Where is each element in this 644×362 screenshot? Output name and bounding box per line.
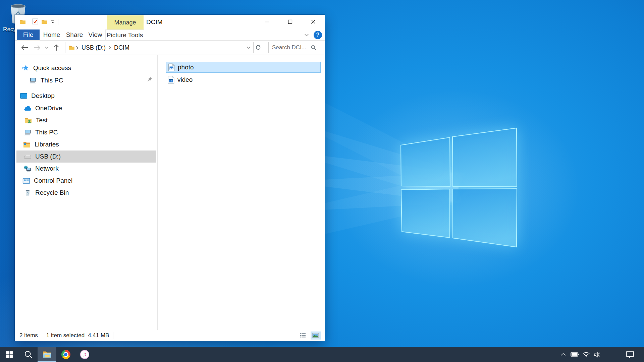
content-area: Quick access This PC Desktop (15, 55, 325, 330)
windows-logo-icon (6, 351, 13, 358)
qat-separator (29, 19, 29, 25)
large-icons-view-button[interactable] (311, 331, 321, 340)
breadcrumb[interactable]: USB (D:) DCIM (65, 42, 253, 53)
desktop-icon (19, 93, 28, 99)
folder-icon[interactable] (19, 19, 26, 25)
sidebar-item-network[interactable]: Network (15, 163, 157, 175)
contextual-tab-group[interactable]: Manage (107, 15, 144, 29)
status-bar: 2 items 1 item selected 4.41 MB (15, 330, 325, 341)
usb-drive-icon (23, 154, 32, 159)
sidebar-item-label: Test (36, 117, 48, 124)
sidebar-item-usb-drive[interactable]: USB (D:) (16, 150, 156, 163)
address-row: USB (D:) DCIM (15, 41, 325, 55)
battery-icon[interactable] (569, 347, 580, 362)
title-bar: Manage DCIM (15, 15, 325, 29)
help-button[interactable]: ? (314, 31, 322, 39)
window-title: DCIM (146, 15, 163, 29)
sidebar-item-label: Network (35, 165, 59, 172)
navigation-pane: Quick access This PC Desktop (15, 55, 158, 330)
sidebar-item-desktop[interactable]: Desktop (15, 90, 157, 102)
sidebar-item-label: USB (D:) (35, 153, 61, 160)
taskbar-search-button[interactable] (19, 347, 38, 362)
hidden-icons-chevron[interactable] (557, 347, 569, 362)
customize-qat-dropdown-icon[interactable] (51, 19, 55, 25)
sidebar-item-this-pc[interactable]: This PC (15, 126, 157, 138)
minimize-button[interactable] (255, 15, 278, 29)
taskbar-chrome-button[interactable] (56, 347, 75, 362)
tab-home[interactable]: Home (40, 29, 64, 40)
breadcrumb-chevron-icon (109, 46, 111, 50)
up-button[interactable] (52, 44, 61, 51)
pin-icon (147, 77, 153, 84)
breadcrumb-segment-dcim[interactable]: DCIM (112, 44, 131, 51)
refresh-button[interactable] (253, 42, 263, 53)
sidebar-item-control-panel[interactable]: Control Panel (15, 175, 157, 187)
file-item-video[interactable]: video (166, 74, 321, 85)
tab-share[interactable]: Share (64, 29, 85, 40)
tab-picture-tools[interactable]: Picture Tools (105, 29, 144, 40)
close-button[interactable] (302, 15, 325, 29)
user-folder-icon (24, 117, 32, 124)
status-separator (42, 332, 42, 339)
sidebar-item-label: Desktop (31, 92, 55, 100)
recent-locations-chevron-icon[interactable] (44, 47, 50, 49)
start-button[interactable] (0, 347, 19, 362)
chrome-icon (61, 350, 70, 359)
sidebar-item-onedrive[interactable]: OneDrive (15, 102, 157, 114)
sidebar-item-label: This PC (35, 129, 58, 136)
itunes-icon: ♫ (80, 350, 89, 359)
taskbar: ♫ (0, 347, 644, 362)
volume-icon[interactable] (592, 347, 603, 362)
tab-view[interactable]: View (85, 29, 105, 40)
file-item-photo[interactable]: photo (166, 62, 321, 73)
forward-button[interactable] (32, 45, 42, 51)
breadcrumb-chevron-icon (76, 46, 78, 50)
sidebar-item-libraries[interactable]: Libraries (15, 138, 157, 150)
wifi-icon[interactable] (580, 347, 592, 362)
screen: Recycle Bin Manage (0, 0, 644, 362)
recycle-bin-icon (23, 189, 32, 196)
sidebar-item-label: Recycle Bin (35, 189, 69, 196)
photo-file-icon (168, 63, 175, 71)
tab-file[interactable]: File (17, 29, 40, 40)
sidebar-item-quick-access[interactable]: Quick access (15, 62, 157, 74)
file-name: photo (178, 64, 194, 71)
address-bar: USB (D:) DCIM (65, 42, 263, 53)
libraries-icon (23, 141, 31, 148)
taskbar-file-explorer-button[interactable] (38, 347, 56, 362)
action-center-icon[interactable] (622, 347, 638, 362)
sidebar-item-label: OneDrive (35, 105, 62, 112)
file-explorer-window: Manage DCIM File Home Share View Picture… (15, 15, 325, 341)
sidebar-item-label: This PC (41, 77, 63, 84)
properties-check-icon[interactable] (32, 18, 38, 26)
ribbon-collapse-chevron-icon[interactable] (304, 32, 309, 38)
computer-icon (29, 77, 37, 84)
search-input[interactable] (269, 44, 311, 51)
breadcrumb-segment-usb[interactable]: USB (D:) (80, 44, 107, 51)
quick-access-toolbar (19, 15, 58, 29)
ribbon-tab-row: File Home Share View Picture Tools ? (15, 29, 325, 41)
onedrive-cloud-icon (23, 106, 32, 111)
control-panel-icon (22, 178, 30, 184)
quick-access-star-icon (21, 64, 30, 72)
items-count: 2 items (19, 332, 38, 339)
maximize-button[interactable] (278, 15, 302, 29)
folder-icon (69, 45, 75, 50)
selection-size: 4.41 MB (88, 332, 109, 339)
search-box (268, 42, 319, 53)
details-view-button[interactable] (298, 331, 308, 340)
folder-icon[interactable] (41, 19, 48, 25)
sidebar-item-test[interactable]: Test (15, 114, 157, 126)
video-file-icon (168, 76, 174, 84)
sidebar-item-this-pc-pinned[interactable]: This PC (15, 74, 157, 86)
search-icon (24, 350, 33, 359)
system-tray (557, 347, 644, 362)
status-separator (113, 332, 113, 339)
back-button[interactable] (19, 45, 30, 51)
sidebar-item-label: Libraries (35, 141, 59, 148)
taskbar-itunes-button[interactable]: ♫ (75, 347, 94, 362)
qat-separator (58, 19, 58, 25)
address-dropdown-chevron-icon[interactable] (247, 46, 251, 49)
sidebar-item-recycle-bin[interactable]: Recycle Bin (15, 187, 157, 199)
search-icon[interactable] (311, 45, 319, 50)
